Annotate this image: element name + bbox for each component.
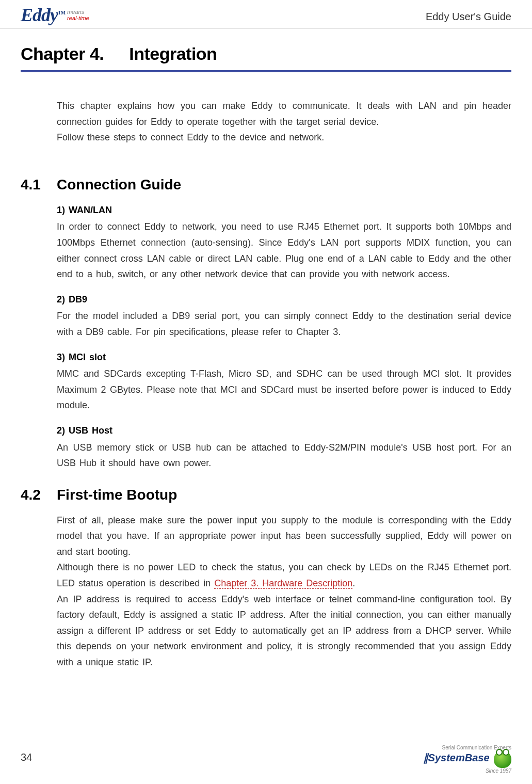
logo-tm: TM <box>58 10 65 15</box>
section-number: 4.2 <box>21 487 57 503</box>
section-paragraph-3: An IP address is required to access Eddy… <box>57 591 511 670</box>
subsection-title-wan-lan: 1) WAN/LAN <box>57 202 511 218</box>
subsection-body-usb-host: An USB memory stick or USB hub can be at… <box>57 440 511 471</box>
section-heading-4-2: 4.2 First-time Bootup <box>21 487 511 503</box>
intro-paragraph-2: Follow these steps to connect Eddy to th… <box>57 130 511 146</box>
intro-paragraph-1: This chapter explains how you can make E… <box>57 98 511 130</box>
page-header: EddyTM means real-time Eddy User's Guide <box>0 0 532 28</box>
subsection-title-usb-host: 2) USB Host <box>57 423 511 439</box>
section-paragraph-1: First of all, please make sure the power… <box>57 513 511 560</box>
section-heading-4-1: 4.1 Connection Guide <box>21 177 511 193</box>
link-chapter-3-hardware[interactable]: Chapter 3. Hardware Description <box>214 578 352 589</box>
subsection-body-db9: For the model included a DB9 serial port… <box>57 308 511 340</box>
page-number: 34 <box>21 751 32 763</box>
subsection-title-mci: 3) MCI slot <box>57 349 511 365</box>
section-paragraph-2: Although there is no power LED to check … <box>57 559 511 591</box>
document-title: Eddy User's Guide <box>426 11 511 26</box>
section-body-4-1: 1) WAN/LAN In order to connect Eddy to n… <box>57 202 511 471</box>
section-4-1: 4.1 Connection Guide 1) WAN/LAN In order… <box>21 177 511 471</box>
footer-logo: Serial Communication Experts ∥SystemBase… <box>423 745 511 774</box>
logo-word: Eddy <box>21 5 58 25</box>
footer-brand-text: SystemBase <box>428 752 490 763</box>
frog-icon <box>494 750 511 768</box>
chapter-title: Chapter 4. Integration <box>21 44 511 72</box>
page-content: Chapter 4. Integration This chapter expl… <box>0 28 532 670</box>
section-number: 4.1 <box>21 177 57 193</box>
paragraph-2-text-b: . <box>352 578 355 588</box>
section-title: First-time Bootup <box>57 487 177 503</box>
subsection-body-wan-lan: In order to connect Eddy to network, you… <box>57 219 511 282</box>
logo-subtitle: means real-time <box>67 9 89 21</box>
section-body-4-2: First of all, please make sure the power… <box>57 513 511 670</box>
chapter-number: Chapter 4. <box>21 44 104 63</box>
subsection-body-mci: MMC and SDCards excepting T-Flash, Micro… <box>57 366 511 413</box>
chapter-name: Integration <box>129 44 217 63</box>
footer-brand: ∥SystemBase <box>423 752 490 763</box>
brand-logo: EddyTM means real-time <box>21 4 89 26</box>
section-title: Connection Guide <box>57 177 181 193</box>
footer-since: Since 1987 <box>423 768 511 774</box>
subsection-title-db9: 2) DB9 <box>57 292 511 308</box>
logo-sub-realtime: real-time <box>67 15 89 21</box>
logo-text: EddyTM <box>21 4 65 26</box>
chapter-intro: This chapter explains how you can make E… <box>57 98 511 146</box>
section-4-2: 4.2 First-time Bootup First of all, plea… <box>21 487 511 670</box>
logo-sub-means: means <box>67 9 84 15</box>
